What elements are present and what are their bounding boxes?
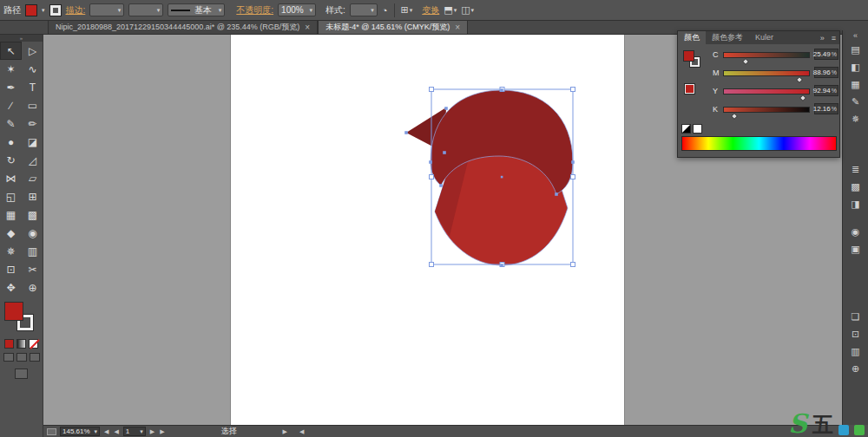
prev-artboard-icon[interactable]: ◀ xyxy=(113,428,119,435)
free-transform-tool[interactable]: ▱ xyxy=(22,169,43,187)
tab-close-icon[interactable]: × xyxy=(455,23,460,32)
magenta-slider-handle[interactable] xyxy=(796,76,803,83)
color-spectrum-bar[interactable] xyxy=(681,136,837,151)
width-tool[interactable]: ⋈ xyxy=(0,169,22,187)
first-artboard-icon[interactable]: ◀ xyxy=(103,428,109,435)
artboard-number-combo[interactable]: 1▾ xyxy=(123,427,146,436)
white-swatch[interactable] xyxy=(693,124,702,134)
last-artboard-icon[interactable]: ▶ xyxy=(159,428,165,435)
document-tab-1[interactable]: Nipic_20180988_20171229150344445000.ai* … xyxy=(48,21,318,34)
pen-tool[interactable]: ✒ xyxy=(0,78,22,96)
cyan-slider[interactable] xyxy=(723,52,810,58)
black-slider[interactable] xyxy=(723,107,810,113)
dock-align-icon[interactable]: ▥ xyxy=(845,342,866,360)
zoom-level-combo[interactable]: 145.61%▾ xyxy=(60,427,100,436)
screen-mode-icon[interactable] xyxy=(15,369,28,379)
yellow-value-field[interactable]: 92.94% xyxy=(814,85,838,96)
tab-color-guide[interactable]: 颜色参考 xyxy=(706,31,749,44)
tab-close-icon[interactable]: × xyxy=(305,23,310,32)
eraser-tool[interactable]: ◪ xyxy=(22,133,43,151)
brush-definition-combo[interactable]: 基本▾ xyxy=(168,3,225,16)
lasso-tool[interactable]: ∿ xyxy=(22,60,43,78)
paintbrush-tool[interactable]: ✎ xyxy=(0,114,22,133)
symbol-sprayer-tool[interactable]: ✵ xyxy=(0,242,22,260)
draw-normal-mode-icon[interactable] xyxy=(3,353,14,362)
recolor-artwork-icon[interactable]: ◔ xyxy=(382,5,388,16)
dock-symbols-icon[interactable]: ✵ xyxy=(845,110,866,127)
dock-appearance-icon[interactable]: ◉ xyxy=(845,223,866,240)
line-segment-tool[interactable]: ∕ xyxy=(0,96,22,114)
gradient-mode-swatch[interactable] xyxy=(16,339,26,349)
black-value-field[interactable]: 12.16% xyxy=(814,103,838,114)
stroke-panel-link[interactable]: 描边: xyxy=(66,4,86,16)
artboard-thumb-icon xyxy=(47,428,56,435)
dock-layers-icon[interactable]: ❏ xyxy=(845,308,866,325)
document-tab-2[interactable]: 未标题-4* @ 145.61% (CMYK/预览) × xyxy=(318,21,468,34)
fill-color-swatch[interactable] xyxy=(25,4,37,16)
panel-menu-icon[interactable]: ≡ xyxy=(828,34,839,42)
scale-tool[interactable]: ◿ xyxy=(22,151,43,169)
dock-expand-icon[interactable]: « xyxy=(843,30,868,41)
shape-mode-options-icon[interactable]: ⬒▾ xyxy=(444,4,457,16)
dock-navigator-icon[interactable]: ⊕ xyxy=(845,360,866,377)
draw-inside-mode-icon[interactable] xyxy=(30,353,40,362)
dock-gradient-icon[interactable]: ▩ xyxy=(845,178,866,195)
dock-graphic-styles-icon[interactable]: ▣ xyxy=(845,240,866,258)
fill-proxy-swatch[interactable] xyxy=(4,302,23,321)
gradient-tool[interactable]: ▩ xyxy=(22,205,43,224)
yellow-slider-handle[interactable] xyxy=(799,95,806,101)
transform-panel-link[interactable]: 变换 xyxy=(422,4,439,16)
none-mode-swatch[interactable] xyxy=(29,339,38,349)
panel-expand-icon[interactable]: » xyxy=(817,34,828,42)
yellow-slider[interactable] xyxy=(723,88,810,95)
stroke-color-swatch[interactable] xyxy=(49,4,62,16)
type-tool[interactable]: T xyxy=(22,78,43,96)
fill-caret-icon[interactable]: ▾ xyxy=(42,7,45,14)
cyan-slider-handle[interactable] xyxy=(741,58,748,65)
tab-color[interactable]: 颜色 xyxy=(678,31,706,44)
align-options-icon[interactable]: ⊞▾ xyxy=(401,4,413,16)
tab-kuler[interactable]: Kuler xyxy=(749,31,779,44)
pencil-tool[interactable]: ✏ xyxy=(22,114,43,133)
dock-color-icon[interactable]: ▤ xyxy=(845,41,866,58)
opacity-combo[interactable]: 100%▾ xyxy=(278,3,316,16)
dock-artboards-icon[interactable]: ⊡ xyxy=(845,325,866,342)
perspective-grid-tool[interactable]: ⊞ xyxy=(22,187,43,205)
hand-tool[interactable]: ✥ xyxy=(0,278,22,297)
slice-tool[interactable]: ✂ xyxy=(22,260,43,278)
dock-color-guide-icon[interactable]: ◧ xyxy=(845,58,866,75)
magenta-slider[interactable] xyxy=(723,70,810,76)
rotate-tool[interactable]: ↻ xyxy=(0,151,22,169)
opacity-panel-link[interactable]: 不透明度: xyxy=(236,4,273,16)
dock-transparency-icon[interactable]: ◨ xyxy=(845,195,866,212)
dock-swatches-icon[interactable]: ▦ xyxy=(845,75,866,93)
black-white-swatch[interactable] xyxy=(681,124,691,134)
next-artboard-icon[interactable]: ▶ xyxy=(149,428,155,435)
color-mode-swatch[interactable] xyxy=(4,339,14,349)
eyedropper-tool[interactable]: ◆ xyxy=(0,224,22,242)
selection-tool[interactable]: ↖ xyxy=(0,42,22,60)
blob-brush-tool[interactable]: ● xyxy=(0,133,22,151)
artboard-tool[interactable]: ⊡ xyxy=(0,260,22,278)
dock-brushes-icon[interactable]: ✎ xyxy=(845,93,866,110)
mesh-tool[interactable]: ▦ xyxy=(0,205,22,224)
rectangle-tool[interactable]: ▭ xyxy=(22,96,43,114)
cyan-value-field[interactable]: 25.49% xyxy=(814,49,838,60)
status-next-icon[interactable]: ▶ xyxy=(282,428,288,435)
magenta-value-field[interactable]: 88.96% xyxy=(814,67,838,78)
shape-builder-tool[interactable]: ◱ xyxy=(0,187,22,205)
arrange-options-icon[interactable]: ◫▾ xyxy=(461,4,474,16)
style-combo[interactable]: ▾ xyxy=(350,3,378,16)
width-profile-combo[interactable]: ▾ xyxy=(128,3,163,16)
direct-selection-tool[interactable]: ▷ xyxy=(22,42,43,60)
blend-tool[interactable]: ◉ xyxy=(22,224,43,242)
zoom-tool[interactable]: ⊕ xyxy=(22,278,43,297)
column-graph-tool[interactable]: ▥ xyxy=(22,242,43,260)
black-slider-handle[interactable] xyxy=(731,113,738,120)
draw-behind-mode-icon[interactable] xyxy=(16,353,27,362)
dock-stroke-icon[interactable]: ≣ xyxy=(845,160,866,178)
magic-wand-tool[interactable]: ✶ xyxy=(0,60,22,78)
scroll-left-icon[interactable]: ◀ xyxy=(299,428,305,435)
stroke-weight-combo[interactable]: ▾ xyxy=(89,3,124,16)
tool-panel-grip[interactable]: » xyxy=(0,35,43,42)
